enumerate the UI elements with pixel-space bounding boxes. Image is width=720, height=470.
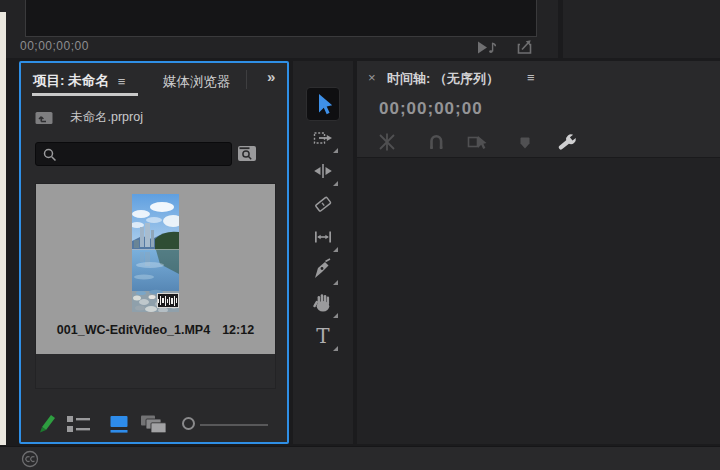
tools-panel: T (293, 61, 353, 444)
track-select-forward-icon (311, 126, 335, 150)
slip-tool-button[interactable] (310, 224, 336, 250)
play-audio-icon[interactable] (478, 40, 498, 58)
export-icon[interactable] (516, 38, 533, 58)
folder-up-icon[interactable] (35, 111, 53, 125)
selection-arrow-icon (313, 93, 333, 116)
creative-cloud-icon[interactable] (21, 450, 39, 470)
status-bar (0, 446, 720, 470)
tab-overflow-chevron-icon[interactable]: » (267, 68, 275, 85)
pen-icon (311, 258, 335, 282)
timeline-timecode[interactable]: 00;00;00;00 (379, 99, 483, 119)
icon-view-button[interactable] (110, 414, 128, 437)
timeline-tab-title[interactable]: 时间轴: （无序列） (387, 70, 499, 88)
linked-selection-icon[interactable] (466, 131, 488, 157)
selection-tool-button[interactable] (306, 87, 340, 121)
source-monitor-viewer (25, 0, 537, 37)
add-marker-icon[interactable] (514, 131, 536, 157)
project-bin-area[interactable]: 001_WC-EditVideo_1.MP4 12:12 (35, 183, 276, 389)
source-timecode: 00;00;00;00 (20, 39, 89, 53)
snap-magnet-icon[interactable] (425, 131, 447, 157)
razor-tool-button[interactable] (310, 191, 336, 217)
tool-flyout-indicator (333, 280, 338, 285)
writable-pencil-icon (37, 412, 57, 437)
ripple-edit-icon (311, 159, 335, 183)
timeline-drop-zone[interactable] (357, 157, 720, 444)
clip-thumbnail[interactable] (132, 194, 179, 312)
clip-duration: 12:12 (222, 323, 254, 337)
clip-tile-selected[interactable]: 001_WC-EditVideo_1.MP4 12:12 (36, 184, 275, 354)
panel-menu-icon[interactable]: ≡ (527, 70, 535, 85)
zoom-slider-track[interactable] (200, 424, 268, 426)
zoom-slider-knob[interactable] (181, 416, 196, 435)
project-panel: 项目: 未命名 ≡ 媒体浏览器 » 未命名.prproj (19, 61, 289, 444)
tab-media-browser[interactable]: 媒体浏览器 (163, 73, 231, 91)
type-tool-button[interactable]: T (310, 323, 336, 349)
close-panel-icon[interactable]: × (368, 70, 376, 86)
hand-tool-button[interactable] (310, 290, 336, 316)
pen-tool-button[interactable] (310, 257, 336, 283)
tool-flyout-indicator (333, 148, 338, 153)
search-input[interactable] (36, 143, 231, 165)
track-select-forward-tool-button[interactable] (310, 125, 336, 151)
search-input-wrap (35, 142, 232, 166)
tool-flyout-indicator (333, 181, 338, 186)
tool-flyout-indicator (333, 346, 338, 351)
slip-icon (311, 225, 335, 249)
audio-waveform-badge (157, 293, 179, 308)
clip-name[interactable]: 001_WC-EditVideo_1.MP4 (57, 323, 210, 337)
secondary-monitor-panel (563, 0, 720, 58)
tool-flyout-indicator (333, 247, 338, 252)
tab-project-label: 项目: 未命名 (33, 72, 109, 90)
tab-project[interactable]: 项目: 未命名 ≡ (33, 72, 125, 90)
timeline-settings-wrench-icon[interactable] (555, 131, 579, 159)
ripple-edit-tool-button[interactable] (310, 158, 336, 184)
project-file-name[interactable]: 未命名.prproj (70, 109, 143, 126)
timeline-panel: × 时间轴: （无序列） ≡ 00;00;00;00 (357, 61, 720, 444)
nest-sequence-icon[interactable] (376, 131, 398, 157)
razor-icon (311, 192, 335, 216)
source-monitor-panel: 00;00;00;00 (6, 0, 558, 58)
freeform-view-button[interactable] (140, 414, 168, 438)
active-tab-underline (32, 93, 138, 96)
find-in-project-button[interactable] (238, 146, 256, 161)
hand-icon (311, 291, 335, 315)
type-tool-icon: T (316, 326, 329, 346)
tab-separator (246, 70, 247, 89)
list-view-button[interactable] (67, 415, 90, 436)
desktop-edge-strip (0, 12, 6, 445)
panel-menu-icon[interactable]: ≡ (118, 75, 126, 88)
tool-flyout-indicator (333, 313, 338, 318)
